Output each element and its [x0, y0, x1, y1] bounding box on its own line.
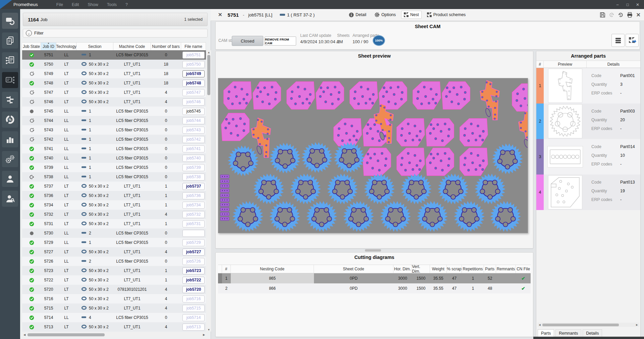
table-row-job-5731[interactable]: 5731LT50 x 30 x 2LT7_UT11job5731: [22, 219, 206, 228]
file-name-input[interactable]: job5738: [182, 174, 205, 181]
arranged-part-row-Part013[interactable]: 4CodePart013Quantity19ERP codes-: [536, 175, 640, 210]
filter-bar[interactable]: ⌄ Filter: [23, 29, 208, 38]
arranged-hscrollbar[interactable]: ◀ ▶: [538, 323, 639, 327]
sidebar-item-documents[interactable]: [2, 32, 18, 49]
file-name-input[interactable]: job5750: [182, 61, 205, 68]
menu-tools[interactable]: Tools: [107, 2, 117, 7]
sidebar-item-import-document[interactable]: [2, 52, 18, 68]
table-row-job-5747[interactable]: 5747LT50 x 30 x 2LT7_UT14job5747: [22, 88, 206, 97]
file-name-input[interactable]: job5749: [182, 70, 205, 77]
column-header-scrap[interactable]: % scrap: [447, 265, 462, 273]
column-header-hordim[interactable]: Hor. Dim.: [393, 265, 412, 273]
file-name-input[interactable]: job5729: [182, 239, 205, 246]
file-name-input[interactable]: job5737: [182, 183, 205, 190]
arranged-part-row-Part014[interactable]: 3CodePart014Quantity10ERP codes-: [536, 139, 640, 175]
column-header-technology[interactable]: Technology: [56, 43, 76, 51]
column-header-#[interactable]: #: [222, 265, 231, 273]
splitter-handle[interactable]: [365, 249, 381, 252]
scroll-right-icon[interactable]: ▶: [635, 324, 639, 326]
undo-icon[interactable]: [618, 12, 624, 18]
arranged-part-row-Part001[interactable]: 1CodePart001Quantity3ERP codes-: [536, 68, 640, 104]
menu-show[interactable]: Show: [88, 2, 98, 7]
file-name-input[interactable]: job5716: [182, 295, 205, 302]
table-row-job-5736[interactable]: 5736LT50 x 30 x 2LT7_UT11job5736: [22, 191, 206, 200]
column-header-job-state[interactable]: Job State: [22, 43, 41, 51]
table-row-job-5748[interactable]: 5748LT50 x 30 x 2LT7_UT118job5748: [22, 78, 206, 88]
part-preview-image[interactable]: [548, 176, 582, 209]
close-icon[interactable]: ✕: [633, 0, 643, 9]
table-row-job-5713[interactable]: 5713LT50 x 30 x 2LT7_UT14job5713: [22, 322, 206, 332]
column-header-nestingcode[interactable]: Nesting Code: [231, 265, 314, 273]
table-row-job-5744[interactable]: 5744LL1LC5 fiber CP30150job5744: [22, 116, 206, 125]
table-row-job-5746[interactable]: 5746LT50 x 30 x 2LT7_UT14job5746: [22, 97, 206, 107]
sidebar-item-user-key[interactable]: [2, 191, 18, 207]
file-name-input[interactable]: job5722: [182, 277, 205, 284]
job-table-vscrollbar[interactable]: ▲ ▼: [207, 50, 211, 332]
sidebar-item-gears[interactable]: [2, 151, 18, 167]
file-name-input[interactable]: job5727: [182, 249, 205, 256]
sheet-preview-canvas[interactable]: [218, 78, 528, 233]
table-row-job-5742[interactable]: 5742LL1LC5 fiber CP30150job5742: [22, 135, 206, 144]
table-row-job-5739[interactable]: 5739LL1LC5 fiber CP30150job5739: [22, 163, 206, 172]
file-name-input[interactable]: job5748: [182, 80, 205, 87]
arranged-part-row-Part003[interactable]: 2CodePart003Quantity20ERP codes-: [536, 104, 640, 139]
part-preview-image[interactable]: [548, 105, 582, 138]
nest-tab[interactable]: Nest: [401, 11, 421, 18]
hscroll-thumb[interactable]: [28, 333, 105, 336]
table-row-job-5738[interactable]: 5738LL1LC5 fiber CP30150job5738: [22, 172, 206, 182]
table-row-job-5740[interactable]: 5740LL1LC5 fiber CP30150job5740: [22, 153, 206, 163]
table-row-job-5716[interactable]: 5716LT50 x 30 x 2LT7_UT14job5716: [22, 294, 206, 303]
file-name-input[interactable]: job5714: [182, 314, 205, 321]
column-header-vertdim[interactable]: Vert. Dim.: [412, 265, 430, 273]
table-row-job-5726[interactable]: 5726LL2LC5 fiber CP30150job5726: [22, 257, 206, 266]
table-row-job-5722[interactable]: 5722LT50 x 30 x 2LT7_UT11job5722: [22, 275, 206, 285]
column-header-weight[interactable]: Weight: [430, 265, 447, 273]
table-row-job-5714[interactable]: 5714LL4LC5 fiber CP30150job5714: [22, 313, 206, 322]
menu-help[interactable]: ?: [125, 2, 128, 7]
file-name-input[interactable]: job5744: [182, 117, 205, 124]
vscroll-thumb[interactable]: [207, 55, 210, 95]
file-name-input[interactable]: job5731: [182, 220, 205, 227]
file-name-input[interactable]: job5741: [182, 145, 205, 152]
table-row-job-5720[interactable]: 5720LT50 x 30 x 207813010212014job5720: [22, 285, 206, 294]
remove-from-cam-button[interactable]: REMOVE FROM CAM: [265, 37, 296, 46]
table-row-job-5715[interactable]: 5715LT50 x 30 x 2LT7_UT14job5715: [22, 303, 206, 313]
product-schemes-tab[interactable]: Product schemes: [425, 11, 468, 18]
cutting-row-1[interactable]: 18650PD3000150035.5547152✔: [218, 273, 531, 283]
menu-file[interactable]: File: [56, 2, 63, 7]
file-name-input[interactable]: job5747: [182, 89, 205, 96]
table-row-job-5734[interactable]: 5734LT50 x 30 x 2LT7_UT11job5734: [22, 200, 206, 210]
print-icon[interactable]: [627, 12, 633, 18]
sidebar-item-sheet-rotate[interactable]: [2, 13, 18, 29]
save-icon[interactable]: [599, 12, 606, 18]
part-preview-image[interactable]: [548, 146, 583, 167]
minimize-icon[interactable]: –: [612, 0, 623, 9]
table-row-job-5741[interactable]: 5741LL1LC5 fiber CP30150job5741: [22, 144, 206, 153]
file-name-input[interactable]: job5743: [182, 127, 205, 134]
detail-button[interactable]: Detail: [346, 11, 369, 19]
arranged-hscroll-thumb[interactable]: [542, 324, 619, 326]
file-name-input[interactable]: [182, 230, 205, 237]
close-job-icon[interactable]: ✕: [218, 12, 222, 18]
table-row-job-5723[interactable]: 5723LT50 x 30 x 2LT7_UT11job5723: [22, 266, 206, 275]
sidebar-item-bar-chart[interactable]: [2, 131, 18, 147]
column-header-file-name[interactable]: File name: [181, 43, 206, 51]
table-row-job-5743[interactable]: 5743LL1LC5 fiber CP30150job5743: [22, 125, 206, 135]
job-table-hscrollbar[interactable]: ◀ ▶: [22, 332, 206, 337]
column-header-parts[interactable]: Parts: [484, 265, 496, 273]
table-row-job-5745[interactable]: 5745LL1LC5 fiber CP30150job5745: [22, 107, 206, 116]
column-header-number-of-bars[interactable]: Number of bars: [151, 43, 181, 51]
column-header-section[interactable]: Section: [76, 43, 113, 51]
table-row-job-5749[interactable]: 5749LT50 x 30 x 2LT7_UT118job5749: [22, 69, 206, 78]
file-name-input[interactable]: job5734: [182, 202, 205, 209]
column-header-cnfile[interactable]: CN File: [516, 265, 531, 273]
table-row-job-5732[interactable]: 5732LT50 x 30 x 2LT7_UT14job5732: [22, 210, 206, 219]
scroll-down-icon[interactable]: ▼: [207, 328, 211, 332]
sidebar-item-percent-donut[interactable]: %: [2, 112, 18, 128]
redo-icon[interactable]: [608, 12, 615, 18]
file-name-input[interactable]: job5713: [182, 324, 205, 331]
file-name-input[interactable]: job5736: [182, 192, 205, 199]
table-row-job-5750[interactable]: 5750LT50 x 30 x 2LT7_UT118job5750: [22, 60, 206, 69]
table-row-job-5729[interactable]: 5729LL1LC5 fiber CP30150job5729: [22, 238, 206, 247]
close-panel-icon[interactable]: ✕: [636, 12, 641, 18]
